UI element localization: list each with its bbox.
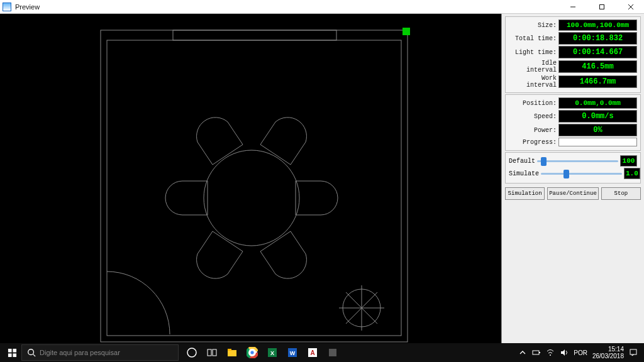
svg-rect-43 [329,349,336,356]
simulate-label: Simulate [509,170,539,177]
svg-point-26 [187,348,196,357]
size-value: 100.0mm,100.0mm [558,19,637,31]
cortana-icon[interactable] [182,343,201,362]
simulate-slider[interactable] [541,169,622,178]
excel-icon[interactable]: X [263,343,282,362]
svg-rect-48 [630,349,636,354]
window-title: Preview [15,3,40,11]
tray-chevron-up-icon[interactable] [518,348,527,357]
default-label: Default [509,158,535,165]
search-placeholder: Digite aqui para pesquisar [40,349,120,356]
system-tray: POR 15:14 26/03/2018 [518,346,641,359]
size-label: Size: [509,22,557,29]
wifi-icon[interactable] [546,348,555,357]
drawing-svg [0,14,501,343]
taskbar: Digite aqui para pesquisar X W A POR 15:… [0,343,644,362]
autocad-icon[interactable]: A [303,343,322,362]
runtime-speed: Speed: 0.0mm/s [509,110,637,123]
idle-interval-label: Idle interval [509,60,557,74]
button-row: Simulation Pause/Continue Stop [505,187,641,200]
power-value: 0% [558,124,637,136]
default-value: 100 [620,155,637,167]
speed-label: Speed: [509,113,557,120]
runtime-power: Power: 0% [509,124,637,136]
maximize-button[interactable] [595,1,609,13]
light-time-label: Light time: [509,49,557,56]
svg-point-24 [28,349,34,355]
svg-rect-22 [8,353,11,357]
svg-rect-5 [107,40,401,336]
taskbar-apps: X W A [182,343,342,362]
chrome-icon[interactable] [243,343,262,362]
svg-rect-28 [213,349,216,356]
app-icon-generic[interactable] [323,343,342,362]
task-view-icon[interactable] [203,343,221,362]
battery-icon[interactable] [532,348,541,357]
stop-button[interactable]: Stop [601,187,641,200]
simulate-value: 1.0 [624,168,640,179]
runtime-progress: Progress: [509,138,637,146]
preview-canvas[interactable] [0,14,501,343]
window-controls [566,1,641,13]
file-explorer-icon[interactable] [223,343,242,362]
word-icon[interactable]: W [283,343,302,362]
total-time-label: Total time: [509,35,557,42]
svg-rect-23 [13,353,16,357]
svg-rect-6 [173,30,336,40]
stat-total-time: Total time: 0:00:18.832 [509,32,637,45]
progress-bar [558,138,637,146]
svg-rect-1 [600,4,604,9]
svg-rect-21 [13,348,16,352]
clock-date: 26/03/2018 [592,353,624,359]
progress-label: Progress: [509,139,557,146]
default-slider[interactable] [537,156,618,165]
svg-line-19 [260,231,291,251]
position-value: 0.0mm,0.0mm [558,97,637,109]
sliders-group: Default 100 Simulate 1.0 [505,152,641,184]
simulation-button[interactable]: Simulation [505,187,545,200]
position-label: Position: [509,100,557,107]
speed-value: 0.0mm/s [558,110,637,123]
svg-point-13 [204,150,299,246]
main-area: Size: 100.0mm,100.0mm Total time: 0:00:1… [0,14,644,343]
svg-rect-29 [228,350,236,356]
stat-light-time: Light time: 0:00:14.667 [509,46,637,58]
svg-rect-27 [208,349,211,356]
runtime-position: Position: 0.0mm,0.0mm [509,97,637,109]
side-panel: Size: 100.0mm,100.0mm Total time: 0:00:1… [501,14,644,343]
windows-icon [8,348,17,358]
start-button[interactable] [3,343,21,362]
total-time-value: 0:00:18.832 [558,32,637,45]
taskbar-search[interactable]: Digite aqui para pesquisar [21,344,179,361]
svg-text:W: W [290,350,296,356]
power-label: Power: [509,127,557,134]
close-button[interactable] [624,1,638,13]
volume-icon[interactable] [560,348,569,357]
svg-rect-45 [539,352,540,353]
svg-rect-44 [533,351,539,354]
language-indicator[interactable]: POR [574,349,587,356]
runtime-group: Position: 0.0mm,0.0mm Speed: 0.0mm/s Pow… [505,94,641,151]
clock-time: 15:14 [592,346,624,353]
work-interval-label: Work interval [509,75,557,89]
clock[interactable]: 15:14 26/03/2018 [592,346,624,359]
default-slider-row: Default 100 [509,155,637,167]
svg-rect-7 [402,28,410,35]
titlebar: Preview [0,0,644,14]
svg-point-46 [550,354,551,356]
svg-text:X: X [270,350,274,356]
minimize-button[interactable] [566,1,580,13]
pause-continue-button[interactable]: Pause/Continue [547,187,599,200]
svg-line-18 [213,231,243,251]
stat-work-interval: Work interval 1466.7mm [509,75,637,89]
stat-size: Size: 100.0mm,100.0mm [509,19,637,31]
app-icon [3,3,11,11]
svg-line-14 [213,145,243,165]
stats-group: Size: 100.0mm,100.0mm Total time: 0:00:1… [505,16,641,93]
svg-text:A: A [310,349,314,356]
notifications-icon[interactable] [629,348,638,357]
svg-marker-47 [561,349,565,356]
stat-idle-interval: Idle interval 416.5mm [509,60,637,74]
svg-line-15 [260,145,291,165]
search-icon [27,348,36,357]
